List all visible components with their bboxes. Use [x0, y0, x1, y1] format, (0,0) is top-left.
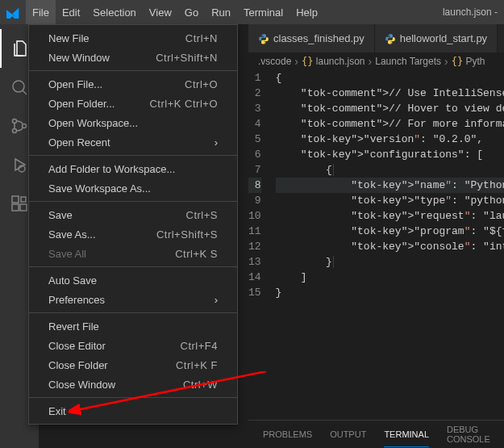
menu-item[interactable]: Close EditorCtrl+F4 — [29, 336, 237, 355]
menu-file[interactable]: File — [26, 0, 56, 24]
menu-selection[interactable]: Selection — [86, 0, 142, 24]
editor-tabs: classes_finished.pyhelloworld_start.py — [248, 24, 504, 52]
svg-point-3 — [13, 129, 17, 133]
menu-item[interactable]: Add Folder to Workspace... — [29, 159, 237, 178]
svg-point-4 — [23, 124, 27, 128]
menu-item[interactable]: Preferences› — [29, 290, 237, 309]
menu-item[interactable]: Close FolderCtrl+K F — [29, 355, 237, 375]
svg-point-2 — [13, 119, 17, 124]
svg-line-1 — [23, 90, 27, 94]
menu-item[interactable]: Open Workspace... — [29, 113, 237, 132]
svg-rect-8 — [12, 204, 19, 211]
menu-item[interactable]: Revert File — [29, 316, 237, 336]
menu-item[interactable]: Auto Save — [29, 270, 237, 290]
editor[interactable]: 123456789101112131415 { "tok-comment">//… — [248, 70, 504, 420]
menu-item[interactable]: Save As...Ctrl+Shift+S — [29, 224, 237, 244]
menu-go[interactable]: Go — [178, 0, 205, 24]
panel-tab-output[interactable]: OUTPUT — [330, 429, 366, 439]
bottom-panel: PROBLEMSOUTPUTTERMINALDEBUG CONSOLE — [248, 420, 504, 448]
file-menu: New FileCtrl+NNew WindowCtrl+Shift+NOpen… — [28, 24, 238, 425]
menu-item[interactable]: Exit — [29, 401, 237, 421]
menu-item[interactable]: Open File...Ctrl+O — [29, 74, 237, 94]
menu-item: Save AllCtrl+K S — [29, 244, 237, 263]
menu-terminal[interactable]: Terminal — [237, 0, 289, 24]
svg-point-0 — [13, 81, 24, 92]
panel-tab-problems[interactable]: PROBLEMS — [263, 429, 312, 439]
breadcrumb[interactable]: .vscode›{} launch.json›Launch Targets›{}… — [248, 52, 504, 70]
tab[interactable]: helloworld_start.py — [375, 24, 498, 52]
svg-marker-5 — [15, 159, 25, 170]
vscode-logo-icon — [6, 6, 19, 19]
python-icon — [385, 33, 396, 44]
breadcrumb-item[interactable]: {} launch.json — [302, 56, 365, 67]
panel-tab-terminal[interactable]: TERMINAL — [384, 429, 429, 447]
tab[interactable]: classes_finished.py — [248, 24, 375, 52]
menu-item[interactable]: New WindowCtrl+Shift+N — [29, 48, 237, 67]
breadcrumb-item[interactable]: .vscode — [258, 56, 291, 67]
svg-rect-9 — [20, 204, 27, 211]
code[interactable]: { "tok-comment">// Use IntelliSense to l… — [276, 70, 504, 420]
menu-item[interactable]: Save Workspace As... — [29, 178, 237, 198]
gutter: 123456789101112131415 — [248, 70, 276, 420]
menu-item[interactable]: SaveCtrl+S — [29, 205, 237, 224]
menu-run[interactable]: Run — [205, 0, 237, 24]
title-bar: FileEditSelectionViewGoRunTerminalHelp l… — [0, 0, 504, 24]
menu-item[interactable]: Open Folder...Ctrl+K Ctrl+O — [29, 94, 237, 113]
python-icon — [258, 33, 269, 44]
window-title: launch.json - — [443, 6, 504, 18]
breadcrumb-item[interactable]: Launch Targets — [375, 56, 441, 67]
menu-item[interactable]: Close WindowCtrl+W — [29, 375, 237, 394]
svg-rect-10 — [21, 197, 26, 202]
menu-help[interactable]: Help — [289, 0, 324, 24]
menu-view[interactable]: View — [143, 0, 178, 24]
menu-bar: FileEditSelectionViewGoRunTerminalHelp — [26, 0, 324, 24]
menu-item[interactable]: New FileCtrl+N — [29, 28, 237, 48]
breadcrumb-item[interactable]: {} Pyth — [452, 56, 485, 67]
menu-item[interactable]: Open Recent› — [29, 132, 237, 152]
panel-tab-debug-console[interactable]: DEBUG CONSOLE — [447, 425, 504, 444]
menu-edit[interactable]: Edit — [56, 0, 86, 24]
svg-rect-7 — [12, 196, 19, 203]
